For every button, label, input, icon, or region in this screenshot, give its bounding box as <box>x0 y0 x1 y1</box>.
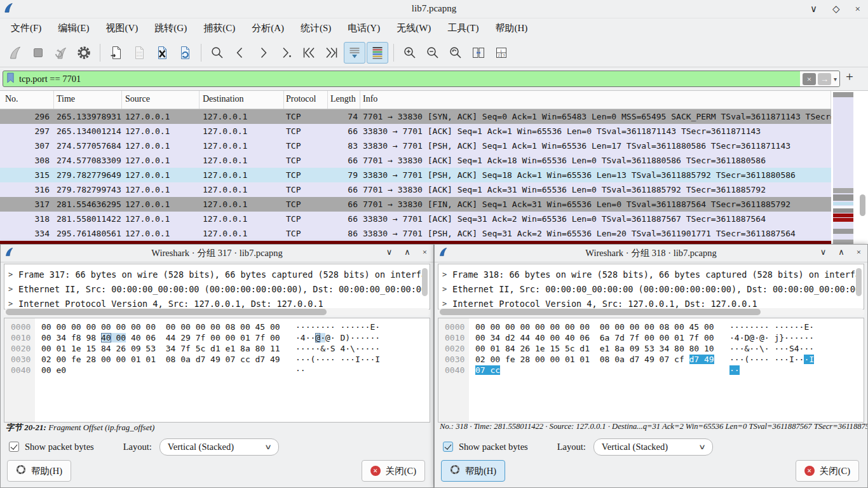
display-filter-input[interactable]: tcp.port == 7701 <box>3 71 800 86</box>
hex-line[interactable]: 004007 cc·· <box>438 365 864 376</box>
layout-select[interactable]: Vertical (Stacked) ∨ <box>159 438 279 456</box>
start-capture-icon[interactable] <box>4 42 26 64</box>
close-file-icon[interactable] <box>151 42 173 64</box>
capture-options-icon[interactable] <box>73 42 95 64</box>
packet-row-296[interactable]: 296265.133978931127.0.0.1127.0.0.1TCP747… <box>0 109 831 124</box>
bookmark-icon[interactable] <box>6 72 15 86</box>
horizontal-scrollbar-handle[interactable] <box>440 309 761 315</box>
show-packet-bytes-checkbox[interactable] <box>9 442 19 452</box>
colorize-packets-icon[interactable] <box>367 42 388 64</box>
horizontal-scrollbar[interactable] <box>4 308 430 316</box>
menu-item[interactable]: 工具(T) <box>439 20 487 37</box>
column-header-src[interactable]: Source <box>122 91 200 109</box>
reload-file-icon[interactable] <box>174 42 196 64</box>
stop-capture-icon[interactable] <box>27 42 49 64</box>
close-button[interactable]: × <box>857 247 861 257</box>
tree-scrollbar-handle[interactable] <box>856 268 862 296</box>
go-forward-icon[interactable] <box>252 42 274 64</box>
minimize-button[interactable]: ∨ <box>820 247 827 257</box>
hex-line[interactable]: 003002 00 fe 28 00 00 01 01 08 0a d7 49 … <box>4 354 430 365</box>
go-last-packet-icon[interactable] <box>321 42 342 64</box>
packet-row-334[interactable]: 334295.761480561127.0.0.1127.0.0.1TCP863… <box>0 226 831 241</box>
open-file-icon[interactable] <box>105 42 127 64</box>
hex-line[interactable]: 000000 00 00 00 00 00 00 00 00 00 00 00 … <box>438 322 864 332</box>
menu-item[interactable]: 编辑(E) <box>50 20 97 37</box>
apply-filter-button[interactable]: → <box>818 73 831 85</box>
hex-line[interactable]: 001000 34 f8 98 40 00 40 06 44 29 7f 00 … <box>4 332 430 343</box>
hex-line[interactable]: 002000 01 1e 15 84 26 09 53 34 7f 5c d1 … <box>4 343 430 354</box>
expander-icon[interactable]: > <box>442 270 452 279</box>
tree-item[interactable]: >Ethernet II, Src: 00:00:00_00:00:00 (00… <box>4 281 430 296</box>
expander-icon[interactable]: > <box>8 285 18 294</box>
tree-item[interactable]: >Internet Protocol Version 4, Src: 127.0… <box>4 296 430 309</box>
go-first-packet-icon[interactable] <box>298 42 320 64</box>
layout-select[interactable]: Vertical (Stacked) ∨ <box>593 438 713 456</box>
tree-item[interactable]: >Frame 318: 66 bytes on wire (528 bits),… <box>438 267 864 281</box>
menu-item[interactable]: 统计(S) <box>292 20 339 37</box>
menu-item[interactable]: 无线(W) <box>388 20 439 37</box>
tree-item[interactable]: >Frame 317: 66 bytes on wire (528 bits),… <box>4 267 430 281</box>
packet-row-318[interactable]: 318281.558011422127.0.0.1127.0.0.1TCP663… <box>0 212 831 226</box>
zoom-in-icon[interactable] <box>399 42 421 64</box>
display-filter-field[interactable]: tcp.port == 7701 × → ▾ <box>3 71 840 87</box>
clear-filter-button[interactable]: × <box>803 73 816 85</box>
packet-row-307[interactable]: 307274.577057684127.0.0.1127.0.0.1TCP833… <box>0 139 831 153</box>
vertical-scrollbar-handle[interactable] <box>860 194 865 216</box>
go-back-icon[interactable] <box>229 42 251 64</box>
packet-row-297[interactable]: 297265.134001214127.0.0.1127.0.0.1TCP663… <box>0 124 831 139</box>
horizontal-scrollbar[interactable] <box>438 308 864 316</box>
expander-icon[interactable]: > <box>442 299 452 308</box>
menu-item[interactable]: 帮助(H) <box>487 20 536 37</box>
show-packet-bytes-checkbox[interactable] <box>443 442 453 452</box>
expander-icon[interactable]: > <box>442 285 452 294</box>
hex-line[interactable]: 001000 34 d2 44 40 00 40 06 6a 7d 7f 00 … <box>438 332 864 343</box>
column-header-dst[interactable]: Destination <box>200 91 284 109</box>
menu-item[interactable]: 电话(Y) <box>339 20 388 37</box>
packet-row-316[interactable]: 316279.782799743127.0.0.1127.0.0.1TCP667… <box>0 182 831 197</box>
expander-icon[interactable]: > <box>8 270 18 279</box>
tree-item[interactable]: >Internet Protocol Version 4, Src: 127.0… <box>438 296 864 309</box>
find-packet-icon[interactable] <box>207 42 228 64</box>
fixed-width-columns-icon[interactable]: 123 <box>491 42 512 64</box>
menu-item[interactable]: 文件(F) <box>3 20 50 37</box>
menu-item[interactable]: 跳转(G) <box>146 20 195 37</box>
go-to-packet-icon[interactable] <box>275 42 297 64</box>
menu-item[interactable]: 分析(A) <box>243 20 292 37</box>
help-button[interactable]: 帮助(H) <box>7 460 71 482</box>
column-header-proto[interactable]: Protocol <box>284 91 328 109</box>
restart-capture-icon[interactable] <box>50 42 72 64</box>
menu-item[interactable]: 视图(V) <box>98 20 147 37</box>
close-button[interactable]: × <box>423 247 427 257</box>
zoom-reset-icon[interactable] <box>445 42 466 64</box>
column-header-no[interactable]: No. <box>0 91 54 109</box>
add-filter-button[interactable]: + <box>842 69 857 85</box>
filter-dropdown-caret-icon[interactable]: ▾ <box>834 76 837 83</box>
packet-row-317[interactable]: 317281.554636295127.0.0.1127.0.0.1TCP667… <box>0 197 831 212</box>
packet-row-315[interactable]: 315279.782779649127.0.0.1127.0.0.1TCP793… <box>0 168 831 182</box>
scrollbar-minimap[interactable] <box>833 92 853 244</box>
close-window-button[interactable]: × 关闭(C) <box>796 460 859 482</box>
auto-scroll-icon[interactable] <box>344 42 365 64</box>
expander-icon[interactable]: > <box>8 299 18 308</box>
tree-scrollbar-handle[interactable] <box>422 268 428 296</box>
menu-item[interactable]: 捕获(C) <box>195 20 243 37</box>
maximize-button[interactable]: ∧ <box>838 247 844 257</box>
zoom-out-icon[interactable] <box>422 42 444 64</box>
close-button[interactable]: × <box>855 3 860 15</box>
maximize-button[interactable]: ◇ <box>832 3 840 15</box>
hex-line[interactable]: 004000 e0·· <box>4 365 430 376</box>
hex-line[interactable]: 002000 01 84 26 1e 15 5c d1 e1 8a 09 53 … <box>438 343 864 354</box>
help-button[interactable]: 帮助(H) <box>441 460 505 482</box>
column-header-time[interactable]: Time <box>54 91 122 109</box>
column-header-info[interactable]: Info <box>360 91 831 109</box>
save-file-icon[interactable]: 01010110 <box>128 42 150 64</box>
hex-line[interactable]: 003002 00 fe 28 00 00 01 01 08 0a d7 49 … <box>438 354 864 365</box>
horizontal-scrollbar-handle[interactable] <box>6 309 327 315</box>
tree-item[interactable]: >Ethernet II, Src: 00:00:00_00:00:00 (00… <box>438 281 864 296</box>
column-header-len[interactable]: Length <box>328 91 360 109</box>
minimize-button[interactable]: ∨ <box>810 3 817 15</box>
resize-columns-icon[interactable] <box>468 42 489 64</box>
close-window-button[interactable]: × 关闭(C) <box>362 460 425 482</box>
minimize-button[interactable]: ∨ <box>386 247 393 257</box>
hex-line[interactable]: 000000 00 00 00 00 00 00 00 00 00 00 00 … <box>4 322 430 332</box>
